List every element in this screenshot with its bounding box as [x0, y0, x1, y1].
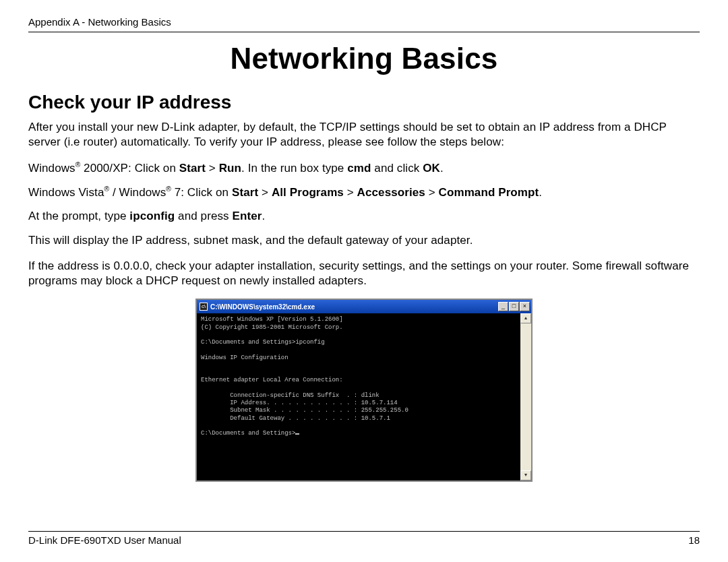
bold-command-prompt: Command Prompt: [439, 186, 539, 199]
bold-start: Start: [232, 186, 258, 199]
cmd-title-text: C:\WINDOWS\system32\cmd.exe: [210, 303, 497, 311]
text: .: [262, 210, 265, 222]
page-footer: D-Link DFE-690TXD User Manual 18: [28, 531, 700, 546]
scroll-up-button: ▴: [520, 313, 531, 323]
intro-paragraph: After you install your new D-Link adapte…: [28, 120, 700, 150]
close-button: ×: [520, 302, 530, 311]
scroll-down-button: ▾: [520, 470, 531, 480]
text: .: [539, 186, 542, 199]
maximize-button: □: [509, 302, 519, 311]
running-header: Appendix A - Networking Basics: [28, 16, 700, 32]
text: Windows Vista: [28, 186, 104, 199]
text: and click: [371, 161, 423, 174]
scroll-track: [520, 323, 531, 470]
text: >: [344, 186, 357, 199]
bold-accessories: Accessories: [357, 186, 425, 199]
cmd-titlebar: c\ C:\WINDOWS\system32\cmd.exe _ □ ×: [197, 300, 531, 313]
text: >: [425, 186, 439, 199]
cmd-lines: Microsoft Windows XP [Version 5.1.2600] …: [201, 316, 408, 437]
text: >: [258, 186, 272, 199]
bold-all-programs: All Programs: [272, 186, 344, 199]
cmd-body: Microsoft Windows XP [Version 5.1.2600] …: [197, 313, 531, 480]
cursor-icon: [295, 433, 299, 435]
cmd-icon: c\: [200, 303, 208, 311]
bold-cmd: cmd: [347, 161, 371, 174]
text: Windows: [28, 161, 75, 174]
footer-manual-name: D-Link DFE-690TXD User Manual: [28, 534, 181, 546]
minimize-button: _: [498, 302, 508, 311]
text: . In the run box type: [241, 161, 347, 174]
bold-run: Run: [219, 161, 241, 174]
vista-instructions: Windows Vista® / Windows® 7: Click on St…: [28, 185, 700, 199]
text: >: [206, 161, 219, 174]
bold-start: Start: [179, 161, 206, 174]
text: 7: Click on: [171, 186, 232, 199]
text: 2000/XP: Click on: [80, 161, 179, 174]
manual-page: Appendix A - Networking Basics Networkin…: [0, 0, 728, 562]
registered-mark: ®: [104, 185, 109, 193]
command-prompt-screenshot: c\ C:\WINDOWS\system32\cmd.exe _ □ × Mic…: [195, 299, 533, 482]
text: .: [440, 161, 444, 174]
page-title: Networking Basics: [28, 42, 700, 75]
winxp-instructions: Windows® 2000/XP: Click on Start > Run. …: [28, 160, 700, 175]
bold-enter: Enter: [232, 210, 262, 222]
scrollbar: ▴ ▾: [520, 313, 531, 480]
ipconfig-instruction: At the prompt, type ipconfig and press E…: [28, 209, 700, 224]
bold-ok: OK: [423, 161, 440, 174]
cmd-output: Microsoft Windows XP [Version 5.1.2600] …: [197, 313, 520, 480]
display-paragraph: This will display the IP address, subnet…: [28, 233, 700, 248]
text: At the prompt, type: [28, 210, 129, 222]
footer-rule: [28, 531, 700, 532]
body-text: After you install your new D-Link adapte…: [28, 120, 700, 288]
zero-address-paragraph: If the address is 0.0.0.0, check your ad…: [28, 259, 700, 288]
registered-mark: ®: [166, 185, 171, 193]
section-heading: Check your IP address: [28, 92, 700, 113]
bold-ipconfig: ipconfig: [129, 210, 175, 222]
header-rule: [28, 32, 700, 32]
text: / Windows: [109, 186, 166, 199]
footer-page-number: 18: [688, 534, 700, 546]
text: and press: [175, 210, 232, 222]
